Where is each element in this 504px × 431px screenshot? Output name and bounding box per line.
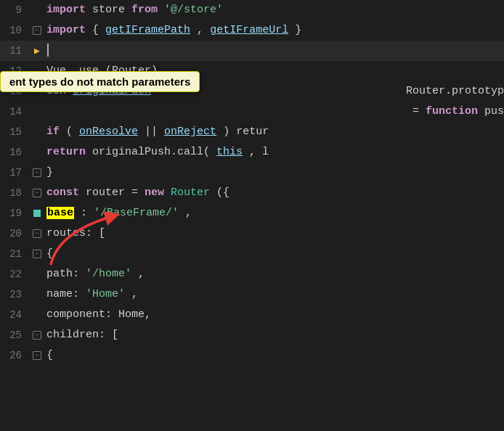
code-text: : (81, 207, 87, 219)
line-content-26: { (44, 345, 504, 366)
gutter-18: − (31, 183, 44, 203)
code-text: path: (46, 268, 86, 280)
fold-icon-18[interactable]: − (33, 189, 41, 197)
keyword-const: const (46, 186, 79, 199)
line-content-21: { (44, 244, 504, 264)
code-text: } (46, 166, 53, 178)
gutter-16 (31, 142, 44, 163)
fold-icon-21[interactable]: − (33, 250, 41, 258)
line-number-11: 11 (0, 41, 31, 61)
line-content-22: path: '/home' , (44, 264, 504, 284)
code-ref: this (216, 146, 243, 158)
line-16: 16 return originalPush.call( this , l (0, 142, 504, 163)
line-15: 15 if ( onResolve || onReject ) retur (0, 122, 504, 142)
code-ref: onResolve (79, 126, 138, 138)
keyword-return: return (46, 146, 86, 158)
line-number-14: 14 (0, 102, 31, 122)
line-number-10: 10 (0, 20, 31, 41)
code-ref: getIFramePath (105, 24, 190, 36)
line-18: 18 − const router = new Router ({ (0, 183, 504, 203)
gutter-20: − (31, 223, 44, 244)
code-text: routes: [ (46, 227, 105, 239)
string-value: '/BaseFrame/' (94, 207, 179, 219)
line-number-25: 25 (0, 325, 31, 345)
gutter-9 (31, 0, 44, 20)
line-number-23: 23 (0, 284, 31, 305)
string-value: '/home' (86, 268, 131, 280)
line-26: 26 − { (0, 345, 504, 366)
code-text: ) retur (223, 126, 269, 138)
line-number-15: 15 (0, 122, 31, 142)
code-text: = function pus (412, 102, 504, 122)
line-number-21: 21 (0, 244, 31, 264)
code-ref: getIFrameUrl (210, 24, 288, 36)
line-content-15: if ( onResolve || onReject ) retur (44, 122, 504, 142)
code-area: 9 import store from '@/store' 10 − impor… (0, 0, 504, 431)
fold-icon-26[interactable]: − (33, 351, 41, 360)
line-content-16: return originalPush.call( this , l (44, 142, 504, 163)
line-19: 19 base : '/BaseFrame/' , (0, 203, 504, 223)
error-tooltip: ent types do not match parameters (0, 71, 200, 92)
code-text: router = (86, 186, 145, 199)
code-text: || (145, 126, 164, 138)
code-text: { (46, 349, 53, 361)
line-content-11 (44, 41, 504, 61)
fold-icon-10[interactable]: − (33, 26, 41, 35)
gutter-17: − (31, 163, 44, 183)
string-value: 'Home' (86, 288, 125, 300)
fold-icon-20[interactable]: − (33, 229, 41, 238)
line-9: 9 import store from '@/store' (0, 0, 504, 20)
class-name: Router (171, 186, 210, 199)
line-content-17: } (44, 163, 504, 183)
line-number-9: 9 (0, 0, 31, 20)
code-text: , (197, 24, 210, 36)
line-content-20: routes: [ (44, 223, 504, 244)
gutter-26: − (31, 345, 44, 366)
line-number-24: 24 (0, 305, 31, 325)
code-text: , (138, 268, 145, 280)
keyword-new: new (145, 186, 164, 199)
line-21: 21 − { (0, 244, 504, 264)
line-content-23: name: 'Home' , (44, 284, 504, 305)
code-text: ( (66, 126, 73, 138)
line-23: 23 name: 'Home' , (0, 284, 504, 305)
gutter-11: ▶ (31, 41, 44, 61)
gutter-21: − (31, 244, 44, 264)
line-number-20: 20 (0, 223, 31, 244)
keyword-from: from (131, 4, 158, 16)
code-text: } (295, 24, 301, 36)
code-text: { (46, 247, 53, 260)
code-text: , (185, 207, 192, 219)
fold-icon-17[interactable]: − (33, 168, 41, 177)
code-editor: ent types do not match parameters 9 impo… (0, 0, 504, 431)
debug-arrow-icon: ▶ (34, 45, 40, 57)
line-number-19: 19 (0, 203, 31, 223)
code-text: component: Home, (46, 308, 151, 321)
line-content-10: import { getIFramePath , getIFrameUrl } (44, 20, 504, 41)
line-number-16: 16 (0, 142, 31, 163)
line-number-17: 17 (0, 163, 31, 183)
line-content-18: const router = new Router ({ (44, 183, 504, 203)
line-content-14: = function pus (44, 102, 504, 122)
highlighted-base: base (46, 207, 74, 219)
line-number-22: 22 (0, 264, 31, 284)
gutter-10: − (31, 20, 44, 41)
code-text: { (92, 24, 99, 36)
keyword-if: if (46, 126, 60, 138)
gutter-19 (31, 203, 44, 223)
line-10: 10 − import { getIFramePath , getIFrameU… (0, 20, 504, 41)
keyword-import: import (46, 24, 86, 36)
line-17: 17 − } (0, 163, 504, 183)
code-text: Router.prototyp (406, 81, 504, 102)
code-ref: onReject (164, 126, 216, 138)
gutter-15 (31, 122, 44, 142)
line-number-18: 18 (0, 183, 31, 203)
keyword-import: import (46, 4, 86, 16)
line-content-19: base : '/BaseFrame/' , (44, 203, 504, 223)
code-text: ({ (216, 186, 229, 199)
line-number-26: 26 (0, 345, 31, 366)
gutter-14 (31, 102, 44, 122)
fold-icon-25[interactable]: − (33, 331, 41, 340)
code-text: children: [ (46, 329, 118, 341)
code-text: name: (46, 288, 86, 300)
